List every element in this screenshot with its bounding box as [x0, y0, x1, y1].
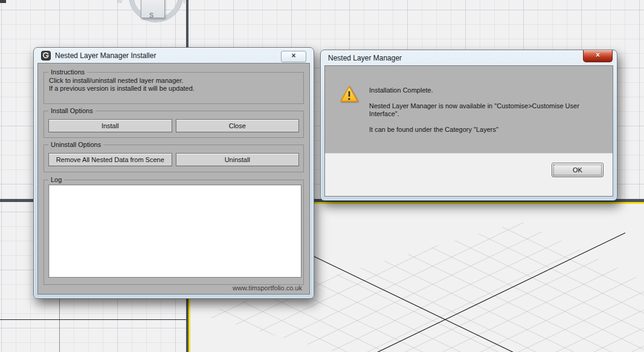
message-button-strip: OK — [325, 153, 613, 196]
close-icon: × — [596, 51, 600, 59]
installer-title: Nested Layer Manager Installer — [55, 51, 156, 60]
install-options-group-label: Install Options — [48, 107, 95, 114]
instructions-line-1: Click to install/uninstall nested layer … — [49, 77, 298, 85]
close-icon: × — [291, 51, 295, 60]
instructions-group-label: Instructions — [48, 68, 87, 76]
install-options-group: Install Options Install Close — [43, 111, 304, 138]
instructions-group: Instructions Click to install/uninstall … — [43, 72, 304, 104]
close-button[interactable]: Close — [176, 119, 300, 132]
installer-footer-url: www.timsportfolio.co.uk — [233, 284, 302, 292]
installer-client-area: Instructions Click to install/uninstall … — [37, 63, 310, 295]
screen-corner-fragment — [0, 0, 6, 3]
message-close-button[interactable]: × — [583, 50, 613, 62]
log-group-label: Log — [48, 176, 64, 183]
message-client-area: Installation Complete. Nested Layer Mana… — [324, 65, 613, 197]
installer-titlebar[interactable]: Nested Layer Manager Installer × — [34, 48, 314, 63]
installer-dialog: Nested Layer Manager Installer × Instruc… — [33, 47, 314, 299]
instructions-line-2: If a previous version is installed it wi… — [49, 85, 298, 93]
message-line-3: It can be found under the Category "Laye… — [369, 126, 579, 134]
install-button[interactable]: Install — [48, 119, 172, 132]
grid-axis-x — [290, 245, 519, 352]
log-textarea[interactable] — [48, 184, 301, 278]
uninstall-options-group-label: Uninstall Options — [48, 141, 103, 148]
installer-app-icon — [41, 51, 51, 60]
uninstall-options-group: Uninstall Options Remove All Nested Data… — [43, 145, 304, 172]
message-dialog: Nested Layer Manager × — [320, 50, 617, 201]
message-line-2: Nested Layer Manager is now available in… — [369, 102, 579, 118]
uninstall-button[interactable]: Uninstall — [176, 153, 300, 166]
message-title: Nested Layer Manager — [328, 54, 402, 62]
max-viewport-screen: W E S Nested Layer Manager Installer × I… — [0, 0, 644, 352]
remove-all-nested-data-button[interactable]: Remove All Nested Data from Scene — [48, 153, 172, 166]
compass-west-label: W — [117, 0, 123, 4]
warning-icon — [340, 85, 359, 103]
message-titlebar[interactable]: Nested Layer Manager × — [321, 50, 617, 65]
ok-button[interactable]: OK — [552, 163, 604, 177]
message-line-1: Installation Complete. — [369, 86, 579, 94]
installer-close-button[interactable]: × — [281, 51, 306, 62]
grid-axis-y — [370, 233, 625, 352]
ortho-horizontal-axis — [0, 319, 186, 320]
compass-east-label: E — [183, 0, 187, 4]
compass-south-label: S — [149, 11, 153, 19]
log-group: Log — [43, 180, 304, 285]
